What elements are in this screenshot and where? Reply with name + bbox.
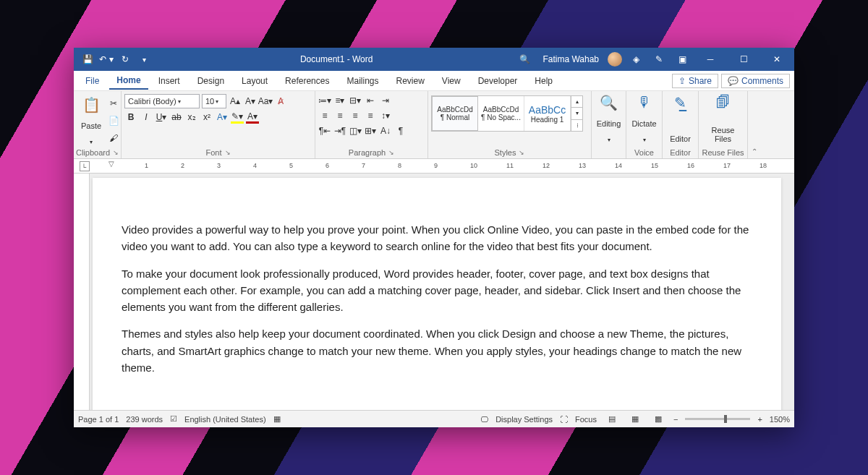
font-size-combo[interactable]: 10▾ [202,94,226,108]
bold-icon[interactable]: B [124,111,137,124]
paste-button[interactable]: 📋 Paste ▾ [77,95,106,147]
editor-button[interactable]: ✎̲ Editor [666,93,695,145]
justify-icon[interactable]: ≡ [364,109,377,122]
shading-icon[interactable]: ◫▾ [349,124,362,137]
increase-indent-icon[interactable]: ⇥ [379,94,392,107]
show-marks-icon[interactable]: ¶ [394,124,407,137]
sort-icon[interactable]: A↓ [379,124,392,137]
dialog-launcher-icon[interactable]: ↘ [113,149,119,156]
document-page[interactable]: Video provides a powerful way to help yo… [93,178,781,410]
collapse-ribbon-icon[interactable]: ⌃ [752,147,757,155]
superscript-icon[interactable]: x² [200,111,213,124]
page-count[interactable]: Page 1 of 1 [78,415,119,424]
decrease-indent-icon[interactable]: ⇤ [364,94,377,107]
tab-references[interactable]: References [278,73,336,89]
zoom-slider[interactable] [685,418,750,420]
shrink-font-icon[interactable]: A▾ [244,95,257,108]
numbering-icon[interactable]: ≡▾ [333,94,346,107]
highlight-icon[interactable]: ✎▾ [231,111,244,124]
save-icon[interactable]: 💾 [80,54,95,64]
display-settings[interactable]: Display Settings [495,415,553,424]
borders-icon[interactable]: ⊞▾ [364,124,377,137]
rtl-icon[interactable]: ⇥¶ [333,124,346,137]
strikethrough-icon[interactable]: ab [170,111,183,124]
tab-review[interactable]: Review [388,73,431,89]
gallery-more-icon[interactable]: ⫶ [571,120,582,131]
paragraph-2[interactable]: To make your document look professionall… [122,265,752,316]
styles-gallery[interactable]: AaBbCcDd ¶ Normal AaBbCcDd ¶ No Spac... … [431,95,583,132]
tab-mailings[interactable]: Mailings [339,73,386,89]
language-status[interactable]: English (United States) [184,415,266,424]
search-icon[interactable]: 🔍 [515,54,534,64]
tab-developer[interactable]: Developer [471,73,525,89]
grow-font-icon[interactable]: A▴ [229,95,242,108]
user-name[interactable]: Fatima Wahab [538,54,603,64]
undo-icon[interactable]: ↶ ▾ [98,54,114,64]
underline-icon[interactable]: U▾ [155,111,168,124]
redo-icon[interactable]: ↻ [117,54,133,64]
horizontal-ruler[interactable]: ˪ ▽ 123456789101112131415161718 [74,159,794,174]
macro-icon[interactable]: ▦ [273,414,281,424]
lightbulb-icon[interactable]: ✎ [650,54,668,64]
zoom-level[interactable]: 150% [770,415,790,424]
align-right-icon[interactable]: ≡ [349,109,362,122]
paragraph-3[interactable]: Themes and styles also help keep your do… [122,325,752,376]
reuse-files-button[interactable]: 🗐 Reuse Files [709,93,738,145]
web-layout-icon[interactable]: ▩ [650,414,666,424]
multilevel-list-icon[interactable]: ⊟▾ [349,94,362,107]
zoom-out-button[interactable]: − [673,415,678,424]
editing-button[interactable]: 🔍 Editing ▾ [595,93,624,145]
read-mode-icon[interactable]: ▤ [604,414,620,424]
qat-more-icon[interactable]: ▾ [136,56,152,64]
ltr-icon[interactable]: ¶⇤ [318,124,331,137]
subscript-icon[interactable]: x₂ [185,111,198,124]
minimize-button[interactable]: ─ [696,48,725,71]
align-left-icon[interactable]: ≡ [318,109,331,122]
tab-view[interactable]: View [435,73,468,89]
cut-icon[interactable]: ✂ [107,97,120,110]
vertical-ruler[interactable] [74,174,90,410]
style-normal[interactable]: AaBbCcDd ¶ Normal [432,96,478,131]
format-painter-icon[interactable]: 🖌 [107,132,120,145]
dictate-button[interactable]: 🎙 Dictate ▾ [629,93,659,145]
print-layout-icon[interactable]: ▦ [627,414,643,424]
tab-help[interactable]: Help [527,73,560,89]
paragraph-1[interactable]: Video provides a powerful way to help yo… [122,221,752,255]
word-count[interactable]: 239 words [126,415,163,424]
tab-file[interactable]: File [78,73,106,89]
spellcheck-icon[interactable]: ☑ [170,414,177,424]
tab-layout[interactable]: Layout [234,73,275,89]
tab-home[interactable]: Home [109,72,148,90]
indent-marker-icon[interactable]: ▽ [109,160,114,168]
font-color-icon[interactable]: A▾ [246,111,259,124]
align-center-icon[interactable]: ≡ [333,109,346,122]
dialog-launcher-icon[interactable]: ↘ [225,149,231,156]
share-button[interactable]: ⇪ Share [672,74,718,88]
maximize-button[interactable]: ☐ [729,48,758,71]
tab-design[interactable]: Design [190,73,231,89]
tab-selector-icon[interactable]: ˪ [80,161,90,171]
text-effects-icon[interactable]: A▾ [216,111,229,124]
change-case-icon[interactable]: Aa▾ [259,95,272,108]
dialog-launcher-icon[interactable]: ↘ [388,149,394,156]
clear-formatting-icon[interactable]: A̷ [274,95,287,108]
copy-icon[interactable]: 📄 [107,114,120,127]
line-spacing-icon[interactable]: ↕▾ [379,109,392,122]
ribbon-display-icon[interactable]: ▣ [673,54,692,64]
user-avatar[interactable] [608,52,622,67]
focus-mode[interactable]: Focus [575,415,597,424]
zoom-in-button[interactable]: + [757,415,762,424]
close-button[interactable]: ✕ [762,48,791,71]
style-heading1[interactable]: AaBbCc Heading 1 [524,96,571,131]
gallery-up-icon[interactable]: ▴ [571,96,582,108]
italic-icon[interactable]: I [140,111,153,124]
clipboard-group-label: Clipboard [76,148,110,157]
style-no-spacing[interactable]: AaBbCcDd ¶ No Spac... [478,96,524,131]
bullets-icon[interactable]: ≔▾ [318,94,331,107]
gallery-down-icon[interactable]: ▾ [571,108,582,119]
font-name-combo[interactable]: Calibri (Body)▾ [124,94,200,108]
dialog-launcher-icon[interactable]: ↘ [519,149,524,156]
comments-button[interactable]: 💬 Comments [721,74,790,88]
diamond-icon[interactable]: ◈ [626,54,645,64]
tab-insert[interactable]: Insert [151,73,187,89]
